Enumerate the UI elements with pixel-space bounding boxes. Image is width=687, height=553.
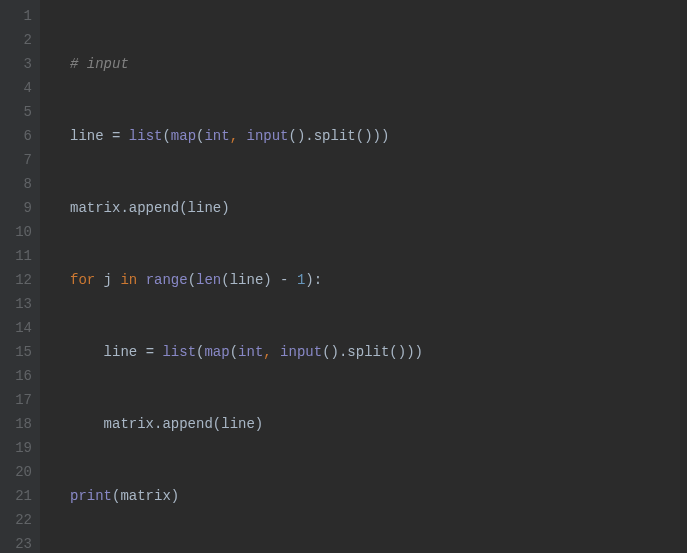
- line-number[interactable]: 10: [0, 220, 32, 244]
- line-number[interactable]: 14: [0, 316, 32, 340]
- code-editor: 1 2 3 4 5 6 7 8 9 10 11 12 13 14 15 16 1…: [0, 0, 687, 553]
- line-number[interactable]: 21: [0, 484, 32, 508]
- line-number[interactable]: 2: [0, 28, 32, 52]
- line-number[interactable]: 3: [0, 52, 32, 76]
- line-number[interactable]: 11: [0, 244, 32, 268]
- code-line: matrix.append(line): [70, 412, 687, 436]
- code-line: # input: [70, 52, 687, 76]
- line-number-gutter: 1 2 3 4 5 6 7 8 9 10 11 12 13 14 15 16 1…: [0, 0, 40, 553]
- line-number[interactable]: 19: [0, 436, 32, 460]
- line-number[interactable]: 9: [0, 196, 32, 220]
- line-number[interactable]: 15: [0, 340, 32, 364]
- line-number[interactable]: 12: [0, 268, 32, 292]
- line-number[interactable]: 18: [0, 412, 32, 436]
- line-number[interactable]: 1: [0, 4, 32, 28]
- line-number[interactable]: 5: [0, 100, 32, 124]
- line-number[interactable]: 8: [0, 172, 32, 196]
- line-number[interactable]: 7: [0, 148, 32, 172]
- line-number[interactable]: 4: [0, 76, 32, 100]
- code-line: matrix.append(line): [70, 196, 687, 220]
- line-number[interactable]: 22: [0, 508, 32, 532]
- code-area[interactable]: # input line = list(map(int, input().spl…: [58, 0, 687, 553]
- code-line: print(matrix): [70, 484, 687, 508]
- line-number[interactable]: 23: [0, 532, 32, 553]
- line-number[interactable]: 20: [0, 460, 32, 484]
- code-line: line = list(map(int, input().split())): [70, 124, 687, 148]
- code-line: line = list(map(int, input().split())): [70, 340, 687, 364]
- line-number[interactable]: 13: [0, 292, 32, 316]
- line-number[interactable]: 16: [0, 364, 32, 388]
- line-number[interactable]: 17: [0, 388, 32, 412]
- line-number[interactable]: 6: [0, 124, 32, 148]
- code-line: for j in range(len(line) - 1):: [70, 268, 687, 292]
- fold-column: [40, 0, 58, 553]
